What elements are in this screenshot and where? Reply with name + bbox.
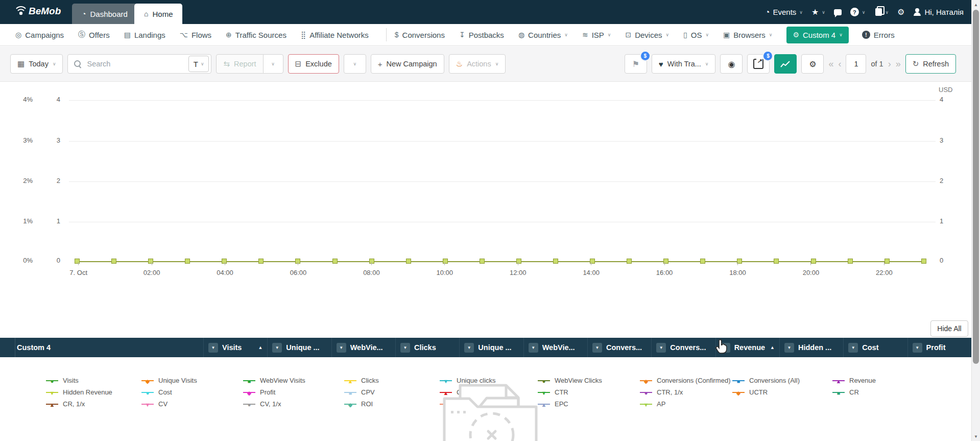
legend-item[interactable]: ■ CR	[832, 388, 940, 396]
nav-item-affiliate-networks[interactable]: ⣿Affiliate Networks	[301, 31, 369, 39]
filter-funnel-icon[interactable]: ▼	[656, 343, 666, 353]
nav-item-isp[interactable]: ≋ISP∨	[582, 31, 611, 39]
column-header-custom-4[interactable]: Custom 4	[0, 338, 203, 357]
legend-item[interactable]: ▲ CR, 1/x	[46, 400, 141, 408]
date-range-button[interactable]: ▦ Today ∨	[10, 54, 63, 74]
nav-item-browsers[interactable]: ▣Browsers∨	[723, 31, 772, 39]
exclude-dropdown-button[interactable]: ∨	[344, 54, 366, 74]
legend-item[interactable]: ■ WebView Visits	[243, 377, 344, 384]
column-header[interactable]: ▼ Hidden ...	[779, 338, 843, 357]
column-header[interactable]: ▼ Unique ...	[267, 338, 331, 357]
legend-item[interactable]: ■ CPV	[344, 388, 440, 396]
filter-funnel-icon[interactable]: ▼	[400, 343, 410, 353]
filter-funnel-icon[interactable]: ▼	[208, 343, 218, 353]
legend-item[interactable]: ▲ EPC	[538, 400, 640, 408]
filter-funnel-icon[interactable]: ▼	[913, 343, 922, 353]
settings-menu[interactable]: ⚙	[897, 7, 904, 17]
filter-funnel-icon[interactable]: ▼	[337, 343, 346, 353]
legend-item[interactable]: ● Cost	[141, 388, 243, 396]
column-header[interactable]: ▼ Unique ...	[459, 338, 523, 357]
legend-item[interactable]: ◆ Profit	[243, 388, 344, 396]
filter-funnel-icon[interactable]: ▼	[592, 343, 602, 353]
legend-item[interactable]: ● Visits	[46, 377, 141, 384]
search-input[interactable]	[86, 59, 184, 68]
legend-item[interactable]: ▼ CV	[141, 400, 243, 408]
nav-item-conversions[interactable]: $Conversions	[395, 31, 445, 39]
column-header[interactable]: ▼ Cost	[843, 338, 907, 357]
scroll-down-button[interactable]: ▼	[972, 432, 980, 440]
visibility-button[interactable]: ◉	[720, 54, 743, 74]
refresh-button[interactable]: ↻ Refresh	[905, 54, 956, 74]
tab-home[interactable]: ⌂ Home	[134, 4, 182, 24]
toggle-chart-button[interactable]	[774, 54, 797, 74]
scroll-up-button[interactable]: ▲	[972, 1, 980, 9]
scrollbar-thumb[interactable]	[973, 10, 979, 364]
legend-item[interactable]: ▲ Revenue	[832, 377, 940, 384]
legend-item[interactable]: ■ Conversions (All)	[732, 377, 832, 384]
nav-item-errors[interactable]: !Errors	[862, 31, 895, 39]
legend-item[interactable]: ◆ Conversions (Confirmed)	[640, 377, 732, 384]
column-header[interactable]: ▼ WebVie...	[331, 338, 395, 357]
nav-item-os[interactable]: ▯OS∨	[683, 31, 709, 39]
column-settings-button[interactable]: ⚙	[801, 54, 824, 74]
vertical-scrollbar[interactable]: ▲ ▼	[971, 0, 980, 441]
prev-page-button[interactable]: ‹	[838, 59, 841, 69]
nav-item-landings[interactable]: ▤Landings	[124, 31, 165, 39]
exclude-button[interactable]: ⊟ Exclude	[288, 54, 339, 74]
nav-item-offers[interactable]: ⓈOffers	[78, 30, 110, 39]
nav-item-devices[interactable]: ⊡Devices∨	[625, 31, 669, 39]
column-header[interactable]: ▼ Visits ▲	[203, 338, 267, 357]
nav-item-campaigns[interactable]: ◎Campaigns	[15, 31, 64, 39]
export-button[interactable]: $	[747, 54, 770, 74]
column-header[interactable]: ▼ WebVie...	[523, 338, 587, 357]
report-dropdown-button[interactable]: ∨	[263, 54, 283, 74]
next-page-button[interactable]: ›	[888, 59, 891, 69]
pages-menu[interactable]: ∨	[874, 8, 889, 16]
bemob-logo[interactable]: BeMob	[15, 6, 61, 17]
report-button[interactable]: ⇆ Report	[216, 54, 263, 74]
nav-item-traffic-sources[interactable]: ⊕Traffic Sources	[226, 31, 286, 39]
legend-item[interactable]: ● CTR, 1/x	[640, 388, 732, 396]
column-header[interactable]: ▼ Profit	[907, 338, 971, 357]
help-menu[interactable]: ? ∨	[850, 8, 866, 16]
chat-button[interactable]	[834, 9, 842, 15]
legend-item[interactable]: ◆ ROI	[344, 400, 440, 408]
legend-item[interactable]	[832, 401, 940, 408]
column-header[interactable]: ▼ Clicks	[395, 338, 459, 357]
last-page-button[interactable]: »	[896, 59, 901, 69]
filter-funnel-icon[interactable]: ▼	[848, 343, 858, 353]
legend-item[interactable]	[732, 401, 832, 408]
legend-item[interactable]: ▼ CTR	[538, 388, 640, 396]
column-header[interactable]: ▼ Convers...	[587, 338, 651, 357]
user-menu[interactable]: Hi, Наталія	[913, 8, 964, 16]
legend-item[interactable]: ▼ Hidden Revenue	[46, 388, 141, 396]
new-campaign-button[interactable]: + New Campaign	[371, 54, 444, 74]
flag-button[interactable]: ⚑ $	[625, 54, 647, 74]
filter-funnel-icon[interactable]: ▼	[464, 343, 474, 353]
nav-item-flows[interactable]: ⌥Flows	[180, 31, 211, 39]
legend-item[interactable]: ▲ Clicks	[344, 377, 440, 384]
toolbar: ▦ Today ∨ T ∨ ⇆ Report ∨	[0, 47, 971, 82]
x-tick-label: 14:00	[555, 262, 628, 276]
nav-item-custom-4[interactable]: ⚙ Custom 4 ∨	[786, 27, 848, 43]
nav-item-countries[interactable]: ◍Countries∨	[518, 31, 568, 39]
column-header[interactable]: ▼ Convers...	[651, 338, 715, 357]
tab-dashboard[interactable]: ◔ Dashboard	[72, 4, 137, 24]
filter-funnel-icon[interactable]: ▼	[529, 343, 538, 353]
page-number-input[interactable]	[846, 54, 866, 74]
legend-item[interactable]: ◆ Unique Visits	[141, 377, 243, 384]
legend-item[interactable]: ● CV, 1/x	[243, 400, 344, 408]
filter-funnel-icon[interactable]: ▼	[784, 343, 794, 353]
search-filter-dropdown[interactable]: T ∨	[188, 56, 209, 72]
traffic-filter-dropdown[interactable]: ♥ With Tra... ∨	[652, 54, 716, 74]
actions-button[interactable]: ♨ Actions ∨	[449, 54, 506, 74]
legend-item[interactable]: ▼ AP	[640, 400, 732, 408]
favorites-menu[interactable]: ★ ∨	[811, 7, 825, 17]
legend-item[interactable]: ◆ UCTR	[732, 388, 832, 396]
filter-funnel-icon[interactable]: ▼	[272, 343, 282, 353]
hide-all-button[interactable]: Hide All	[930, 320, 968, 337]
events-menu[interactable]: ◔ Events ∨	[765, 8, 803, 17]
first-page-button[interactable]: «	[828, 59, 833, 69]
nav-item-postbacks[interactable]: ↧Postbacks	[459, 31, 504, 39]
legend-item[interactable]: ● WebView Clicks	[538, 377, 640, 384]
